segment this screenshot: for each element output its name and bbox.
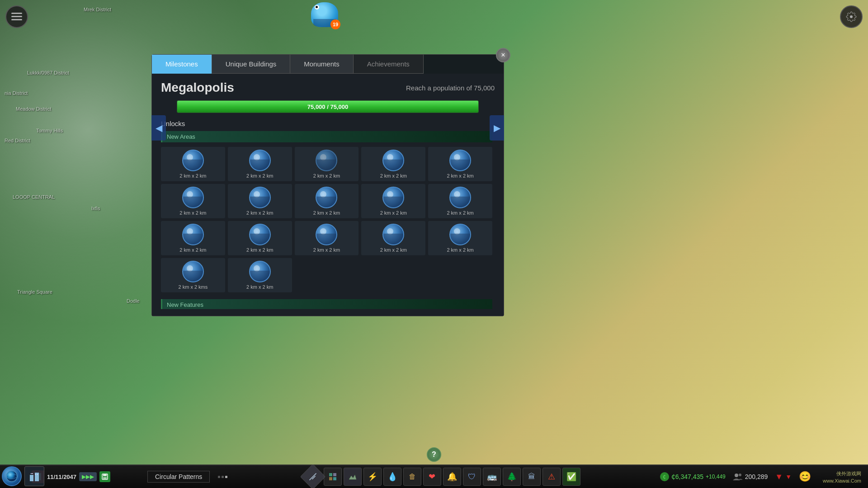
watermark-1: 侠外游戏网 bbox=[836, 470, 861, 477]
progress-bar-fill: 75,000 / 75,000 bbox=[177, 101, 478, 113]
list-item[interactable]: 2 km x 2 km bbox=[295, 184, 359, 218]
svg-point-3 bbox=[850, 15, 853, 18]
tool-button-zones[interactable] bbox=[324, 468, 342, 486]
list-item[interactable]: 2 km x 2 km bbox=[228, 258, 292, 292]
happiness-stat: 😊 bbox=[799, 471, 811, 483]
area-globe-icon bbox=[182, 261, 204, 282]
tab-monuments[interactable]: Monuments bbox=[290, 55, 353, 74]
area-globe-icon bbox=[449, 150, 471, 171]
unlocks-section: Unlocks New Areas 2 km x 2 km 2 km x 2 k… bbox=[161, 120, 495, 309]
taskbar-stats: ₵ ₵6,347,435 +10,449 200,289 ▼ ▼ 😊 侠外游戏网 bbox=[653, 470, 868, 483]
area-globe-icon bbox=[182, 187, 204, 208]
list-item[interactable]: 2 km x 2 km bbox=[295, 147, 359, 181]
svg-rect-19 bbox=[333, 473, 336, 476]
area-globe-icon bbox=[249, 224, 271, 245]
area-globe-icon bbox=[382, 150, 404, 171]
list-item[interactable]: 2 km x 2 km bbox=[361, 221, 425, 255]
milestone-next-button[interactable]: ▶ bbox=[490, 115, 504, 141]
date-display: 11/11/2047 bbox=[47, 474, 76, 480]
bottom-left-controls bbox=[2, 466, 44, 486]
speed-forward-button[interactable]: ▶▶▶ bbox=[79, 472, 97, 481]
tool-button-water[interactable]: 💧 bbox=[383, 468, 401, 486]
district-label: Tommy Hills bbox=[36, 128, 63, 133]
population-icon bbox=[733, 473, 743, 480]
tool-button-buildings[interactable]: 🏛 bbox=[523, 468, 541, 486]
milestone-description: Reach a population of 75,000 bbox=[406, 84, 495, 92]
area-globe-icon bbox=[249, 150, 271, 171]
svg-rect-8 bbox=[35, 473, 39, 481]
help-button[interactable]: ? bbox=[427, 447, 441, 462]
speed-dot-2 bbox=[222, 476, 224, 478]
district-label: Lukkk/0987 District bbox=[27, 70, 69, 75]
list-item[interactable]: 2 km x 2 km bbox=[295, 221, 359, 255]
list-item[interactable]: 2 km x 2 km bbox=[228, 221, 292, 255]
notification-bird[interactable]: 19 bbox=[311, 2, 338, 27]
new-features-header: New Features bbox=[161, 299, 492, 309]
income-value: +10,449 bbox=[706, 474, 726, 480]
tool-button-electricity[interactable]: ⚡ bbox=[363, 468, 382, 486]
tool-button-disasters[interactable]: ⚠ bbox=[542, 468, 561, 486]
list-item[interactable]: 2 km x 2 km bbox=[161, 147, 225, 181]
svg-rect-7 bbox=[30, 475, 33, 481]
money-value: ₵6,347,435 bbox=[671, 473, 703, 480]
tab-unique-buildings[interactable]: Unique Buildings bbox=[212, 55, 291, 74]
milestone-header: Megalopolis Reach a population of 75,000 bbox=[161, 80, 495, 95]
areas-grid: 2 km x 2 km 2 km x 2 km 2 km x 2 km 2 km… bbox=[161, 147, 492, 292]
save-button[interactable] bbox=[99, 471, 110, 482]
close-icon: × bbox=[501, 51, 505, 59]
tool-button-roads[interactable] bbox=[300, 464, 326, 488]
svg-rect-10 bbox=[32, 473, 33, 474]
list-item[interactable]: 2 km x 2 km bbox=[428, 147, 492, 181]
progress-container: 75,000 / 75,000 bbox=[177, 100, 479, 113]
traffic-down-icon-2: ▼ bbox=[785, 473, 792, 480]
list-item[interactable]: 2 km x 2 kms bbox=[161, 258, 225, 292]
tool-button-transport[interactable]: 🚌 bbox=[483, 468, 501, 486]
unlocks-scroll[interactable]: New Areas 2 km x 2 km 2 km x 2 km 2 km x… bbox=[161, 131, 495, 309]
unlocks-title: Unlocks bbox=[161, 120, 495, 127]
area-globe-icon bbox=[449, 187, 471, 208]
area-globe-icon bbox=[316, 150, 337, 171]
new-areas-header: New Areas bbox=[161, 131, 492, 142]
tab-achievements[interactable]: Achievements bbox=[354, 55, 424, 74]
taskbar-tools: ⚡ 💧 🗑 ❤ 🔔 🛡 🚌 🌲 🏛 ⚠ ✅ bbox=[231, 468, 653, 486]
tool-button-police[interactable]: 🛡 bbox=[463, 468, 481, 486]
settings-button[interactable] bbox=[840, 5, 863, 28]
list-item[interactable]: 2 km x 2 km bbox=[161, 184, 225, 218]
planet-button[interactable] bbox=[2, 466, 22, 486]
milestone-title: Megalopolis bbox=[161, 80, 234, 95]
tool-button-garbage[interactable]: 🗑 bbox=[403, 468, 421, 486]
modal-body: Megalopolis Reach a population of 75,000… bbox=[152, 74, 504, 316]
money-icon: ₵ bbox=[660, 472, 669, 481]
svg-rect-2 bbox=[11, 19, 22, 20]
svg-rect-11 bbox=[35, 474, 36, 475]
list-item[interactable]: 2 km x 2 km bbox=[228, 147, 292, 181]
modal-close-button[interactable]: × bbox=[496, 48, 510, 62]
menu-button[interactable] bbox=[5, 5, 28, 28]
tool-button-parks[interactable]: 🌲 bbox=[503, 468, 521, 486]
svg-rect-18 bbox=[329, 473, 332, 476]
svg-rect-12 bbox=[37, 474, 38, 475]
speed-dot-1 bbox=[218, 476, 220, 478]
tool-button-health[interactable]: ❤ bbox=[423, 468, 441, 486]
traffic-stat: ▼ ▼ bbox=[775, 472, 792, 482]
district-label: Ixfis bbox=[91, 206, 100, 211]
milestone-prev-button[interactable]: ◀ bbox=[151, 115, 166, 141]
svg-rect-0 bbox=[11, 13, 22, 14]
area-globe-icon bbox=[182, 150, 204, 171]
list-item[interactable]: 2 km x 2 km bbox=[228, 184, 292, 218]
list-item[interactable]: 2 km x 2 km bbox=[361, 147, 425, 181]
tab-milestones[interactable]: Milestones bbox=[152, 55, 212, 74]
list-item[interactable]: 2 km x 2 km bbox=[428, 221, 492, 255]
area-globe-icon bbox=[382, 224, 404, 245]
district-label: Meadow District bbox=[16, 106, 51, 112]
buildings-button[interactable] bbox=[24, 466, 44, 486]
list-item[interactable]: 2 km x 2 km bbox=[428, 184, 492, 218]
list-item[interactable]: 2 km x 2 km bbox=[361, 184, 425, 218]
list-item[interactable]: 2 km x 2 km bbox=[161, 221, 225, 255]
district-label: Dodle bbox=[127, 298, 140, 304]
tool-button-fire[interactable]: 🔔 bbox=[443, 468, 461, 486]
tool-button-terrain[interactable] bbox=[344, 468, 362, 486]
tool-button-mods[interactable]: ✅ bbox=[562, 468, 580, 486]
district-label: Triangle Square bbox=[17, 289, 52, 295]
svg-rect-21 bbox=[333, 477, 336, 480]
